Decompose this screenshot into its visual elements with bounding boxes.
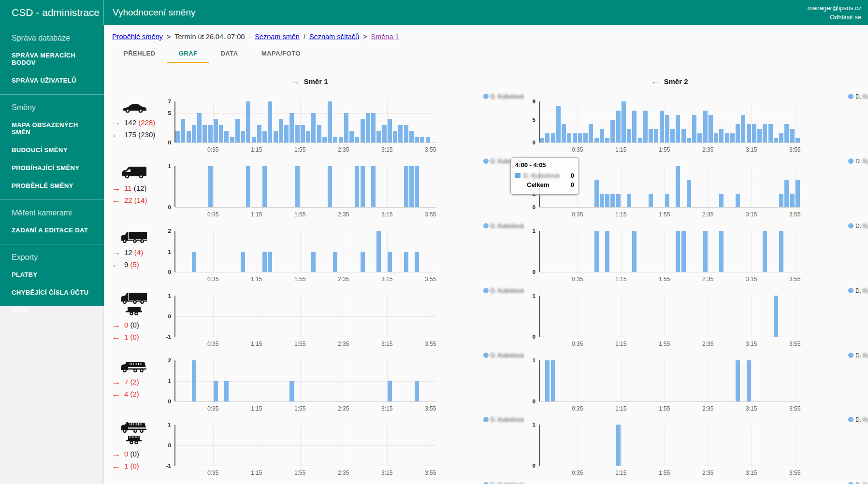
bar[interactable]	[545, 133, 550, 142]
bar[interactable]	[322, 137, 327, 142]
legend-item[interactable]: D. Kubošová	[848, 352, 868, 359]
bar[interactable]	[790, 129, 795, 142]
bar[interactable]	[627, 129, 631, 142]
bar[interactable]	[763, 231, 767, 272]
bar[interactable]	[622, 101, 626, 142]
bar[interactable]	[567, 133, 571, 142]
bar[interactable]	[246, 166, 250, 207]
bar[interactable]	[654, 129, 658, 142]
bar[interactable]	[388, 381, 392, 402]
bar[interactable]	[219, 125, 223, 142]
bar[interactable]	[676, 115, 680, 142]
sidebar-item-sprava-uzivatelu[interactable]: SPRÁVA UŽIVATELŮ	[0, 71, 104, 89]
bar[interactable]	[333, 137, 337, 142]
bar[interactable]	[376, 131, 381, 142]
sidebar-item-data[interactable]: DATA	[0, 301, 104, 319]
bar[interactable]	[289, 381, 294, 402]
bar[interactable]	[643, 111, 648, 142]
bar[interactable]	[692, 115, 696, 142]
bar[interactable]	[328, 101, 332, 142]
sidebar-item-probihajici-smeny[interactable]: PROBÍHAJÍCÍ SMĚNY	[0, 159, 104, 177]
bar[interactable]	[235, 119, 240, 142]
bar[interactable]	[774, 296, 778, 337]
bar[interactable]	[594, 138, 599, 142]
bar[interactable]	[747, 360, 751, 401]
bar[interactable]	[376, 231, 381, 272]
bar[interactable]	[409, 166, 414, 207]
bar[interactable]	[779, 133, 783, 142]
sidebar-item-probehle-smeny[interactable]: PROBĚHLÉ SMĚNY	[0, 177, 104, 195]
bar[interactable]	[616, 194, 621, 207]
bar[interactable]	[203, 125, 207, 142]
bar[interactable]	[709, 115, 713, 142]
bar[interactable]	[230, 137, 234, 142]
legend-item[interactable]: D. Kubošová	[848, 93, 868, 100]
bar[interactable]	[725, 133, 729, 142]
bar[interactable]	[616, 425, 621, 466]
bar[interactable]	[361, 166, 365, 207]
legend-item[interactable]: D. Kubošová	[848, 158, 868, 165]
bar[interactable]	[328, 166, 332, 207]
bar[interactable]	[736, 194, 740, 207]
bar[interactable]	[665, 115, 669, 142]
bar[interactable]	[241, 131, 245, 142]
bar[interactable]	[796, 138, 800, 142]
sidebar-item-platby[interactable]: PLATBY	[0, 266, 104, 284]
bar[interactable]	[409, 131, 414, 142]
bar[interactable]	[676, 231, 680, 272]
bar[interactable]	[371, 166, 376, 207]
bar[interactable]	[610, 120, 615, 142]
bar[interactable]	[616, 111, 621, 142]
bar[interactable]	[257, 125, 261, 142]
bar[interactable]	[268, 101, 272, 142]
bar[interactable]	[638, 138, 642, 142]
bar[interactable]	[610, 194, 615, 207]
bar[interactable]	[415, 137, 419, 142]
bar[interactable]	[741, 115, 745, 142]
bar[interactable]	[687, 180, 691, 207]
bar[interactable]	[355, 137, 359, 142]
bar[interactable]	[339, 137, 343, 142]
bar[interactable]	[311, 252, 316, 272]
bar[interactable]	[768, 124, 773, 142]
legend-item[interactable]: D. Kubošová	[483, 482, 524, 484]
bar[interactable]	[192, 360, 196, 401]
bar[interactable]	[730, 133, 735, 142]
bar[interactable]	[366, 113, 370, 142]
bar[interactable]	[208, 166, 213, 207]
bar[interactable]	[388, 252, 392, 272]
bar[interactable]	[600, 129, 604, 142]
bar[interactable]	[681, 129, 686, 142]
sidebar-item-budouci-smeny[interactable]: BUDOUCÍ SMĚNY	[0, 141, 104, 159]
bar[interactable]	[311, 113, 316, 142]
bar[interactable]	[181, 119, 185, 142]
bar[interactable]	[333, 252, 337, 272]
bar[interactable]	[632, 111, 637, 142]
bar[interactable]	[578, 133, 582, 142]
sidebar-item-chybejici-cisla-uctu[interactable]: CHYBĚJÍCÍ ČÍSLA ÚČTU	[0, 284, 104, 301]
bar[interactable]	[784, 180, 789, 207]
bar[interactable]	[649, 129, 653, 142]
bar[interactable]	[627, 194, 631, 207]
sidebar-item-sprava-meracich-bodov[interactable]: SPRÁVA MERACÍCH BODOV	[0, 46, 104, 71]
bar[interactable]	[589, 124, 593, 142]
bar[interactable]	[274, 131, 278, 142]
bar[interactable]	[551, 133, 555, 142]
bar[interactable]	[714, 133, 718, 142]
bar[interactable]	[573, 133, 577, 142]
bar[interactable]	[252, 137, 256, 142]
legend-item[interactable]: D. Kubošová	[848, 287, 868, 294]
bar[interactable]	[187, 131, 191, 142]
bar[interactable]	[719, 194, 723, 207]
bar[interactable]	[540, 138, 544, 142]
bar[interactable]	[262, 252, 267, 272]
bar[interactable]	[415, 381, 419, 402]
bar[interactable]	[371, 113, 376, 142]
bar[interactable]	[545, 360, 550, 401]
bar[interactable]	[632, 231, 637, 272]
bar[interactable]	[295, 166, 300, 207]
bar[interactable]	[295, 125, 300, 142]
bar[interactable]	[415, 252, 419, 272]
bar[interactable]	[681, 231, 686, 272]
bar[interactable]	[660, 111, 664, 142]
